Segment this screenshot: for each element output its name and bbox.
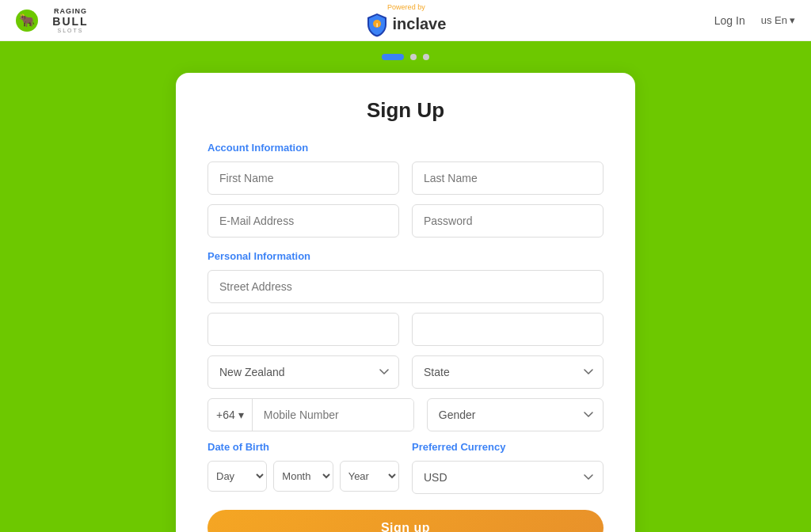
mobile-input[interactable] (253, 399, 413, 431)
dob-selects: Day Month Year (208, 461, 399, 492)
progress-dot-1 (382, 54, 404, 60)
state-group: State (412, 355, 603, 389)
inclave-branding: Powered by i inclave (366, 3, 446, 37)
postal-group: 1150 (412, 313, 603, 346)
logo-bull-text: BULL (52, 15, 88, 28)
lang-label: us En (761, 14, 787, 26)
signup-button[interactable]: Sign up (208, 510, 603, 532)
street-group (208, 270, 603, 303)
currency-label: Preferred Currency (412, 441, 603, 453)
logo-raging: RAGING (54, 7, 87, 15)
country-group: New Zealand (208, 355, 399, 389)
phone-code-dropdown-icon[interactable]: ▾ (238, 408, 244, 421)
personal-section: Personal Information Auckland 1150 New Z… (208, 250, 603, 494)
account-section-label: Account Information (208, 142, 603, 154)
language-selector[interactable]: us En ▾ (761, 14, 795, 26)
first-name-input[interactable] (208, 162, 399, 195)
currency-select[interactable]: USD (412, 461, 603, 494)
phone-code-display: +64 ▾ (208, 399, 253, 431)
name-row (208, 162, 603, 195)
gender-group: Gender (427, 398, 603, 431)
email-input[interactable] (208, 204, 399, 238)
dob-section: Date of Birth Day Month Year (208, 441, 399, 492)
city-input[interactable]: Auckland (208, 313, 399, 346)
city-group: Auckland (208, 313, 399, 346)
form-title: Sign Up (208, 98, 603, 123)
chevron-down-icon: ▾ (790, 14, 795, 26)
phone-group: +64 ▾ (208, 398, 414, 431)
dob-month-select[interactable]: Month (273, 461, 333, 492)
last-name-input[interactable] (412, 162, 603, 195)
svg-text:i: i (376, 21, 378, 28)
dob-currency-row: Date of Birth Day Month Year Preferred C… (208, 441, 603, 494)
progress-indicator (0, 41, 811, 73)
dob-day-select[interactable]: Day (208, 461, 267, 492)
progress-dot-2 (410, 54, 417, 60)
last-name-group (412, 162, 603, 195)
password-group (412, 204, 603, 238)
phone-code-text: +64 (216, 408, 235, 421)
inclave-shield-icon: i (366, 12, 388, 37)
email-group (208, 204, 399, 238)
progress-dot-3 (423, 54, 429, 60)
header: 🐂 RAGING BULL SLOTS Powered by i inclave… (0, 0, 811, 41)
currency-section: Preferred Currency USD (412, 441, 603, 494)
street-row (208, 270, 603, 303)
powered-by-label: Powered by (387, 3, 425, 12)
phone-field: +64 ▾ (208, 398, 414, 431)
gender-select[interactable]: Gender (427, 398, 603, 431)
logo-text: RAGING BULL SLOTS (43, 6, 98, 35)
email-password-row (208, 204, 603, 238)
dob-year-select[interactable]: Year (340, 461, 399, 492)
inclave-name-text: inclave (392, 15, 446, 33)
password-input[interactable] (412, 204, 603, 238)
account-section: Account Information (208, 142, 603, 238)
logo-slots: SLOTS (58, 28, 84, 33)
street-input[interactable] (208, 270, 603, 303)
signup-form-card: Sign Up Account Information Personal Inf… (176, 73, 635, 532)
postal-input[interactable]: 1150 (412, 313, 603, 346)
header-actions: Log In us En ▾ (714, 14, 795, 27)
dob-label: Date of Birth (208, 441, 399, 453)
city-postal-row: Auckland 1150 (208, 313, 603, 346)
first-name-group (208, 162, 399, 195)
state-select[interactable]: State (412, 355, 603, 389)
phone-gender-row: +64 ▾ Gender (208, 398, 603, 431)
login-link[interactable]: Log In (714, 14, 745, 27)
personal-section-label: Personal Information (208, 250, 603, 262)
logo-area: 🐂 RAGING BULL SLOTS (16, 6, 98, 35)
inclave-logo: i inclave (366, 12, 446, 37)
country-select[interactable]: New Zealand (208, 355, 399, 389)
country-state-row: New Zealand State (208, 355, 603, 389)
bull-icon: 🐂 (16, 10, 38, 32)
